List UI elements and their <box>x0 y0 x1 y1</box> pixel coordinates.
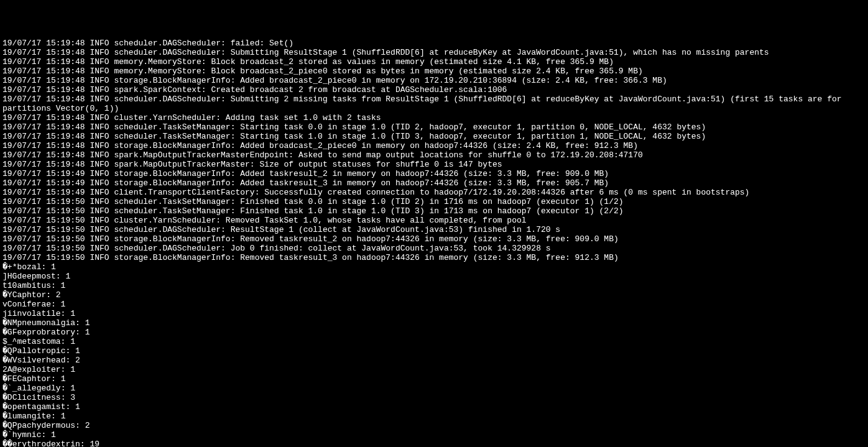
terminal-line: �NMpneumonalgia: 1 <box>2 318 866 328</box>
terminal-line: 19/07/17 15:19:49 INFO storage.BlockMana… <box>2 178 866 188</box>
terminal-line: 19/07/17 15:19:48 INFO scheduler.DAGSche… <box>2 94 866 104</box>
terminal-line: �QPpachydermous: 2 <box>2 421 866 430</box>
terminal-line: 19/07/17 15:19:48 INFO memory.MemoryStor… <box>2 67 866 76</box>
terminal-line: 19/07/17 15:19:48 INFO storage.BlockMana… <box>2 141 866 150</box>
terminal-line: t10ambitus: 1 <box>2 281 866 290</box>
terminal-output: 19/07/17 15:19:48 INFO scheduler.DAGSche… <box>2 39 866 447</box>
terminal-line: �WVsilverhead: 2 <box>2 356 866 365</box>
terminal-line: ��erythrodextrin: 19 <box>2 440 866 447</box>
terminal-line: �FECaphtor: 1 <box>2 374 866 384</box>
terminal-line: ]HGdeepmost: 1 <box>2 272 866 281</box>
terminal-line: vConiferae: 1 <box>2 300 866 309</box>
terminal-line: 19/07/17 15:19:48 INFO storage.BlockMana… <box>2 76 866 85</box>
terminal-line: 19/07/17 15:19:48 INFO scheduler.DAGSche… <box>2 48 866 57</box>
terminal-line: 19/07/17 15:19:48 INFO scheduler.TaskSet… <box>2 122 866 132</box>
terminal-line: 19/07/17 15:19:50 INFO storage.BlockMana… <box>2 253 866 262</box>
terminal-line: �opentagamist: 1 <box>2 402 866 412</box>
terminal-line: partitions Vector(0, 1)) <box>2 104 866 113</box>
terminal-line: 19/07/17 15:19:48 INFO memory.MemoryStor… <box>2 57 866 67</box>
terminal-line: �`hymnic: 1 <box>2 430 866 440</box>
terminal-line: �lumangite: 1 <box>2 412 866 421</box>
terminal-line: 19/07/17 15:19:50 INFO scheduler.DAGSche… <box>2 244 866 253</box>
terminal-line: �YCaphtor: 2 <box>2 290 866 300</box>
terminal-line: 19/07/17 15:19:49 INFO storage.BlockMana… <box>2 169 866 178</box>
terminal-line: 19/07/17 15:19:50 INFO cluster.YarnSched… <box>2 216 866 225</box>
terminal-line: 19/07/17 15:19:48 INFO spark.MapOutputTr… <box>2 160 866 169</box>
terminal-line: $_^metastoma: 1 <box>2 337 866 346</box>
terminal-line: 19/07/17 15:19:48 INFO scheduler.TaskSet… <box>2 132 866 141</box>
terminal-line: �+*bozal: 1 <box>2 262 866 272</box>
terminal-line: �GFexprobratory: 1 <box>2 328 866 337</box>
terminal-line: �QPallotropic: 1 <box>2 346 866 356</box>
terminal-line: �DClicitness: 3 <box>2 393 866 402</box>
terminal-line: �`_allegedly: 1 <box>2 384 866 393</box>
terminal-line: 2A@exploiter: 1 <box>2 365 866 374</box>
terminal-line: 19/07/17 15:19:48 INFO spark.SparkContex… <box>2 85 866 94</box>
terminal-line: 19/07/17 15:19:50 INFO scheduler.TaskSet… <box>2 197 866 206</box>
terminal-line: 19/07/17 15:19:50 INFO scheduler.TaskSet… <box>2 206 866 216</box>
terminal-line: 19/07/17 15:19:50 INFO storage.BlockMana… <box>2 234 866 244</box>
terminal-line: jiinvolatile: 1 <box>2 309 866 318</box>
terminal-line: 19/07/17 15:19:48 INFO spark.MapOutputTr… <box>2 150 866 160</box>
terminal-line: 19/07/17 15:19:48 INFO scheduler.DAGSche… <box>2 39 866 48</box>
terminal-line: 19/07/17 15:19:50 INFO scheduler.DAGSche… <box>2 225 866 234</box>
terminal-line: 19/07/17 15:19:49 INFO client.TransportC… <box>2 188 866 197</box>
terminal-line: 19/07/17 15:19:48 INFO cluster.YarnSched… <box>2 113 866 122</box>
